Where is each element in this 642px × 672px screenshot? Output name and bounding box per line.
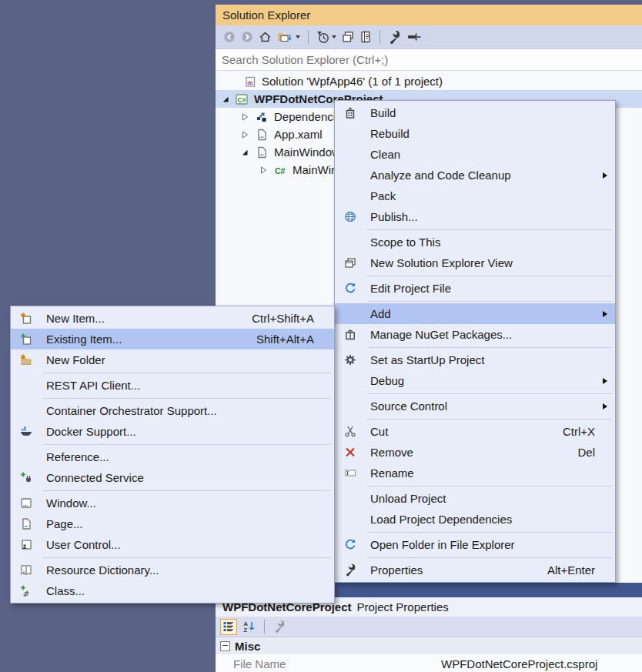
dependencies-icon: [256, 111, 268, 123]
sync-with-active-document-icon[interactable]: [342, 28, 354, 45]
back-icon[interactable]: [223, 28, 236, 45]
properties-object-type: Project Properties: [357, 600, 449, 613]
expander-expanded-icon[interactable]: [222, 95, 229, 103]
menu-item-class[interactable]: Class...: [11, 580, 334, 601]
search-input[interactable]: [216, 52, 642, 67]
menu-item-edit-project-file[interactable]: Edit Project File: [335, 278, 615, 299]
property-row-file-name[interactable]: File Name WPFDotNetCoreProject.csproj: [216, 654, 642, 672]
menu-item-load-project-dependencies[interactable]: Load Project Dependencies: [335, 509, 615, 530]
expander-expanded-icon[interactable]: [241, 149, 249, 156]
menu-item-reference[interactable]: Reference...: [11, 446, 334, 467]
expander-collapsed-icon[interactable]: [241, 113, 249, 121]
properties-pages-wrench-icon[interactable]: [271, 619, 288, 635]
properties-category-row[interactable]: Misc: [216, 637, 642, 654]
search-bar: [216, 49, 642, 71]
menu-item-page[interactable]: Page...: [11, 513, 334, 534]
menu-item-scope-to-this[interactable]: Scope to This: [335, 232, 615, 252]
menu-item-source-control[interactable]: Source Control: [335, 396, 615, 416]
menu-item-remove[interactable]: Remove Del: [335, 442, 615, 463]
menu-item-docker-support[interactable]: Docker Support...: [11, 421, 334, 442]
solution-explorer-title: Solution Explorer: [222, 8, 310, 22]
menu-item-container-orchestrator-support[interactable]: Container Orchestrator Support...: [11, 400, 334, 421]
menu-item-rebuild[interactable]: Rebuild: [335, 123, 615, 144]
switch-views-icon[interactable]: [277, 28, 300, 45]
vs-workspace: Solution Explorer ∞ Solution 'WpfApp46' …: [0, 0, 642, 672]
shortcut-label: Ctrl+X: [563, 425, 595, 438]
menu-item-unload-project[interactable]: Unload Project: [335, 488, 615, 509]
properties-wrench-icon[interactable]: [388, 28, 401, 45]
xaml-file-icon: [256, 146, 268, 159]
svg-text:C#: C#: [275, 165, 286, 175]
menu-item-new-folder[interactable]: New Folder: [11, 349, 334, 370]
expander-collapsed-icon[interactable]: [241, 131, 249, 139]
resource-dictionary-icon: [19, 563, 33, 577]
expander-collapsed-icon[interactable]: [259, 166, 267, 174]
menu-item-user-control[interactable]: User Control...: [11, 534, 334, 555]
tree-label: Solution 'WpfApp46' (1 of 1 project): [262, 75, 443, 88]
menu-item-publish[interactable]: Publish...: [335, 206, 615, 227]
window-icon: [19, 496, 33, 510]
rename-icon: [343, 466, 357, 480]
forward-icon[interactable]: [241, 28, 253, 45]
user-control-icon: [19, 538, 33, 551]
tree-row-solution[interactable]: ∞ Solution 'WpfApp46' (1 of 1 project): [216, 72, 642, 90]
new-item-icon: [19, 312, 33, 325]
dropdown-caret-icon: [296, 35, 300, 38]
menu-item-debug[interactable]: Debug: [335, 370, 615, 391]
add-submenu: New Item... Ctrl+Shift+A Existing Item..…: [10, 306, 335, 603]
build-icon: [343, 106, 357, 119]
docker-icon: [19, 425, 33, 438]
menu-item-add[interactable]: Add: [335, 303, 615, 324]
publish-icon: [343, 210, 357, 223]
menu-item-connected-service[interactable]: Connected Service: [11, 467, 334, 488]
menu-separator: [367, 276, 612, 276]
menu-item-properties[interactable]: Properties Alt+Enter: [335, 560, 615, 580]
menu-item-rest-api-client[interactable]: REST API Client...: [11, 375, 334, 396]
toolbar-separator: [308, 30, 309, 44]
home-icon[interactable]: [259, 28, 272, 45]
collapse-box-icon[interactable]: [220, 641, 230, 651]
menu-separator: [43, 444, 331, 445]
project-context-menu: Build Rebuild Clean Analyze and Code Cle…: [334, 100, 616, 583]
shortcut-label: Ctrl+Shift+A: [252, 312, 314, 325]
menu-item-clean[interactable]: Clean: [335, 144, 615, 165]
menu-item-new-item[interactable]: New Item... Ctrl+Shift+A: [11, 308, 334, 329]
remove-x-icon: [343, 446, 357, 459]
pending-changes-filter-icon[interactable]: [316, 28, 336, 45]
menu-item-manage-nuget-packages[interactable]: Manage NuGet Packages...: [335, 324, 615, 345]
solution-explorer-title-bar[interactable]: Solution Explorer: [216, 5, 642, 25]
menu-item-cut[interactable]: Cut Ctrl+X: [335, 421, 615, 442]
menu-item-analyze-and-code-cleanup[interactable]: Analyze and Code Cleanup: [335, 165, 615, 186]
solution-icon: ∞: [245, 75, 257, 88]
alphabetical-icon[interactable]: AZ: [241, 619, 258, 635]
menu-item-pack[interactable]: Pack: [335, 186, 615, 206]
category-label: Misc: [235, 640, 260, 653]
menu-separator: [43, 373, 331, 373]
new-folder-icon: [19, 353, 33, 366]
menu-item-set-as-startup-project[interactable]: Set as StartUp Project: [335, 349, 615, 370]
property-name: File Name: [233, 657, 286, 670]
pin-icon[interactable]: [406, 28, 422, 45]
xaml-file-icon: [256, 129, 268, 141]
menu-item-rename[interactable]: Rename: [335, 463, 615, 483]
menu-separator: [367, 419, 612, 420]
menu-item-build[interactable]: Build: [335, 102, 615, 123]
wrench-icon: [343, 563, 357, 577]
menu-item-existing-item[interactable]: Existing Item... Shift+Alt+A: [11, 329, 334, 349]
gear-icon: [343, 353, 357, 366]
csharp-file-icon: C#: [274, 164, 286, 176]
menu-item-resource-dictionary[interactable]: Resource Dictionary...: [11, 560, 334, 580]
menu-item-window[interactable]: Window...: [11, 493, 334, 513]
menu-item-new-solution-explorer-view[interactable]: New Solution Explorer View: [335, 252, 615, 273]
menu-separator: [367, 347, 612, 348]
categorized-icon[interactable]: [220, 619, 237, 635]
property-value[interactable]: WPFDotNetCoreProject.csproj: [441, 657, 597, 670]
menu-separator: [367, 393, 612, 394]
menu-separator: [367, 229, 612, 230]
menu-item-open-folder-in-file-explorer[interactable]: Open Folder in File Explorer: [335, 534, 615, 555]
csharp-project-icon: C#: [236, 93, 248, 105]
menu-separator: [43, 398, 331, 399]
preview-selected-items-icon[interactable]: [359, 28, 372, 45]
svg-text:Z: Z: [244, 627, 248, 633]
page-icon: [19, 517, 33, 530]
